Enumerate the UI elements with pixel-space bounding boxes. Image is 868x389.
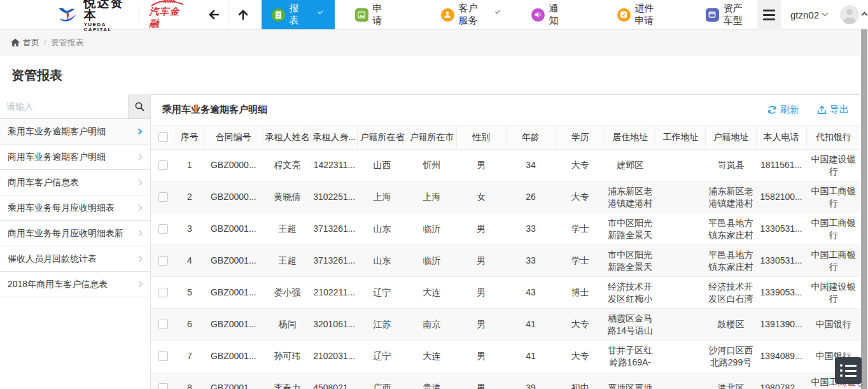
table-cell: 1980782... [756,372,806,389]
table-row: 2GBZ0000...黄晓倩3102251...上海上海女26大专浦东新区老港镇… [151,181,860,213]
row-select-cell [151,372,176,389]
table-row: 4GBZ0001...王超3713261...山东临沂男33学士市中区阳光新路全… [151,245,860,277]
table-cell: 王超 [263,245,311,277]
column-header[interactable]: 性别 [456,125,506,150]
avatar[interactable] [840,5,859,24]
row-checkbox[interactable] [158,383,168,389]
table-cell: 南京 [407,309,456,341]
row-checkbox[interactable] [158,256,168,265]
column-header[interactable]: 居住地址 [605,125,655,150]
table-cell: 2 [176,181,203,213]
column-header[interactable]: 户籍所在市 [407,125,456,150]
column-header[interactable]: 序号 [176,125,203,150]
table-cell: 大连 [407,341,456,372]
table-cell: 3201061... [311,309,358,341]
sidebar-item[interactable]: 商用车客户信息表 [0,170,150,195]
sidebar-item[interactable]: 2018年商用车客户信息表 [0,272,150,297]
nav-tab-customer-service[interactable]: 客户服务 [431,0,510,29]
search-button[interactable] [128,94,150,118]
column-header[interactable]: 户籍地址 [706,125,756,150]
nav-tab-apply[interactable]: 申请 [345,0,393,29]
table-cell: 娄小强 [263,277,311,309]
column-header[interactable]: 承租人姓名 [263,125,311,150]
row-checkbox[interactable] [158,288,168,297]
scrollbar-thumb[interactable] [861,29,867,389]
table-cell: 山西 [358,150,407,181]
sidebar-item-label: 催收人员月回款统计表 [8,253,97,265]
table-cell: 女 [456,181,506,213]
column-header[interactable]: 承租人身... [311,125,358,150]
column-header[interactable]: 年龄 [506,125,556,150]
nav-tab-reports[interactable]: 报表 [262,0,335,29]
table-cell: GBZ0001... [204,213,263,245]
table-row: 5GBZ0001...娄小强2102211...辽宁大连男43博士经济技术开发区… [151,277,860,309]
table-cell: GBZ0001... [204,372,263,389]
table-cell: 男 [456,341,506,372]
table-cell: 建邺区 [605,150,655,181]
user-menu[interactable]: gtzn02 [781,10,836,20]
table-cell: 39 [506,372,556,389]
app-window: 悦达资本 YUEDA CAPITAL auto 汽车金融 [0,0,868,389]
intake-apply-icon [617,8,631,22]
table-cell: 孙可玮 [263,341,311,372]
row-checkbox[interactable] [158,192,168,202]
page-scrollbar[interactable] [860,0,868,389]
table-cell: 中国工商银行 [806,181,860,213]
sidebar-item[interactable]: 商用车业务每月应收明细表新 [0,221,150,246]
refresh-button[interactable]: 刷新 [767,104,799,116]
brand-sub-label: 汽车金融 [149,6,183,30]
brand-sub-badge: auto 汽车金融 [149,0,183,30]
nav-tab-intake-apply[interactable]: 进件申请 [607,0,669,29]
back-button[interactable] [200,0,228,29]
brand-logo[interactable]: 悦达资本 YUEDA CAPITAL auto 汽车金融 [57,0,183,29]
row-select-cell [151,309,176,341]
select-all-checkbox[interactable] [158,132,168,142]
chevron-right-icon [136,205,143,211]
nav-tab-asset-models[interactable]: 资产车型 [696,0,757,29]
sidebar-item[interactable]: 乘用车业务逾期客户明细 [0,119,150,145]
table-cell [655,341,706,372]
table-cell: 忻州 [407,150,456,181]
column-header[interactable]: 代扣银行 [806,125,860,150]
table-cell: 41 [506,309,556,341]
table-cell: 26 [506,181,556,213]
sidebar-search [0,94,150,119]
column-header[interactable]: 户籍所在省 [358,125,407,150]
scroll-top-button[interactable] [229,0,258,29]
column-header[interactable]: 学历 [556,125,605,150]
sidebar-item[interactable]: 商用车业务逾期客户明细 [0,145,150,170]
breadcrumb-current: 资管报表 [51,37,84,48]
column-header[interactable]: 本人电话 [756,125,806,150]
home-icon [11,38,20,46]
quick-menu-widget[interactable] [835,357,862,384]
table-cell: 初中 [556,372,605,389]
table-cell: 男 [456,213,506,245]
table-cell: 男 [456,277,506,309]
table-cell: GBZ0000... [204,150,263,181]
table-container: 序号合同编号承租人姓名承租人身...户籍所在省户籍所在市性别年龄学历居住地址工作… [151,125,860,389]
sidebar-item[interactable]: 催收人员月回款统计表 [0,246,150,272]
table-cell: 男 [456,309,506,341]
row-checkbox[interactable] [158,320,168,329]
row-checkbox[interactable] [158,224,168,234]
nav-tab-notifications[interactable]: 通知 [521,0,569,29]
table-cell: GBZ0001... [204,341,263,372]
sidebar-item[interactable]: 乘用车业务每月应收明细表 [0,195,150,221]
table-cell: 上海 [407,181,456,213]
table-cell: 大专 [556,150,605,181]
report-sidebar: 乘用车业务逾期客户明细商用车业务逾期客户明细商用车客户信息表乘用车业务每月应收明… [0,94,151,389]
table-cell: 33 [506,245,556,277]
table-cell: 辽宁 [358,277,407,309]
hamburger-menu-button[interactable] [757,0,781,30]
column-header[interactable]: 工作地址 [655,125,706,150]
chevron-right-icon [136,256,143,262]
search-input[interactable] [0,94,128,118]
scrollbar-up-button[interactable] [860,0,868,29]
row-checkbox[interactable] [158,160,168,170]
column-header[interactable]: 合同编号 [204,125,263,150]
table-cell: 临沂 [407,245,456,277]
notification-icon [531,8,545,22]
breadcrumb-home[interactable]: 首页 [23,37,39,48]
export-button[interactable]: 导出 [817,104,849,116]
row-checkbox[interactable] [158,351,168,361]
